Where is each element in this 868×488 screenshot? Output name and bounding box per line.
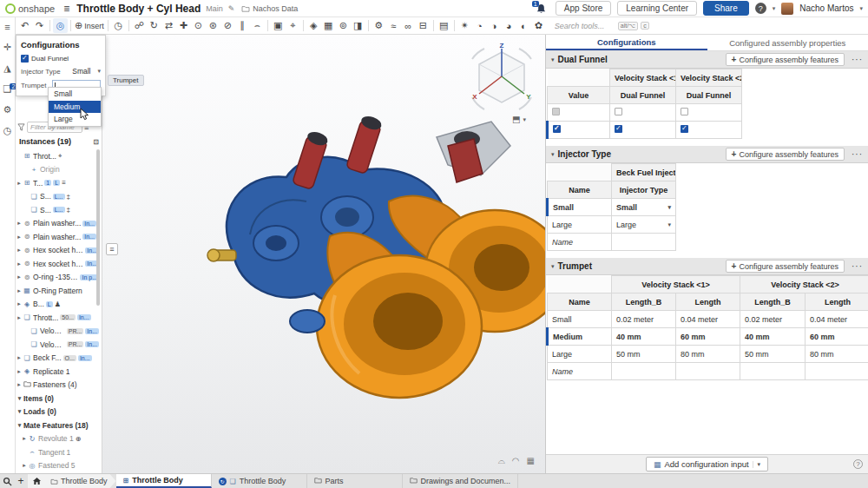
configure-assembly-features-button[interactable]: +Configure assembly features bbox=[726, 53, 845, 66]
checkbox-cell[interactable] bbox=[610, 104, 676, 122]
expand-chevron-icon[interactable]: ▸ bbox=[16, 368, 23, 375]
checkbox-cell[interactable] bbox=[548, 122, 610, 139]
add-configuration-input-button[interactable]: ▦ Add configuration input ▾ bbox=[646, 457, 768, 472]
config-checkbox[interactable] bbox=[553, 125, 561, 133]
document-tab-parts[interactable]: Parts bbox=[307, 474, 403, 488]
document-tab-throttle-body[interactable]: ↻❏Throttle Body bbox=[212, 474, 307, 488]
dropdown-option-large[interactable]: Large bbox=[49, 113, 101, 126]
tree-item[interactable]: ❏Veloci...PR...In... bbox=[16, 338, 99, 352]
value-cell[interactable]: 60 mm bbox=[806, 328, 868, 346]
tree-item[interactable]: ❏Veloci...PR...In... bbox=[16, 325, 99, 339]
value-cell[interactable]: 0.02 meter bbox=[740, 311, 806, 328]
dropdown-cell[interactable]: Large▾ bbox=[612, 216, 676, 234]
config-checkbox[interactable] bbox=[615, 108, 622, 115]
config-checkbox[interactable] bbox=[552, 108, 560, 115]
tree-item[interactable]: ▸◈Replicate 1 bbox=[16, 365, 99, 379]
insert-icon[interactable]: ⊕Insert bbox=[74, 18, 105, 33]
home-tab-icon[interactable] bbox=[28, 474, 45, 488]
tree-item[interactable]: ❏S...L...‡ bbox=[16, 203, 99, 217]
collapse-chevron-icon[interactable]: ▾ bbox=[16, 395, 23, 402]
view-cube[interactable]: Z X Y bbox=[467, 42, 536, 116]
breadcrumb[interactable]: Throttle Body bbox=[45, 474, 116, 488]
slider-mate-icon[interactable]: ⇄ bbox=[161, 18, 176, 33]
value-cell[interactable]: 40 mm bbox=[612, 328, 676, 346]
named-positions-icon[interactable]: ◕ bbox=[502, 18, 516, 33]
collapse-chevron-icon[interactable]: ▾ bbox=[16, 422, 23, 429]
panel-handle-button[interactable]: ≡ bbox=[106, 243, 118, 255]
tree-item[interactable]: ▸◈B...L♟ bbox=[16, 298, 99, 312]
value-cell[interactable]: 80 mm bbox=[676, 346, 740, 363]
planar-mate-icon[interactable]: ✚ bbox=[176, 18, 191, 33]
injector-type-select[interactable]: Small ▾ bbox=[72, 67, 101, 76]
checkbox-cell[interactable] bbox=[676, 104, 742, 122]
help-button[interactable]: ? bbox=[755, 3, 766, 14]
checkbox-cell[interactable] bbox=[610, 122, 676, 139]
expand-chevron-icon[interactable]: ▸ bbox=[16, 260, 23, 267]
view-options-button[interactable]: ⬒▾ bbox=[512, 115, 526, 124]
add-config-caret-icon[interactable]: ▾ bbox=[753, 461, 761, 468]
comments-icon[interactable]: ❑2 bbox=[1, 82, 14, 96]
tree-item[interactable]: +Origin bbox=[16, 163, 99, 177]
document-tab-throttle-body[interactable]: ⊞Throttle Body bbox=[116, 474, 212, 488]
mirror-icon[interactable]: ◨ bbox=[351, 18, 365, 33]
app-store-button[interactable]: App Store bbox=[556, 1, 611, 16]
value-cell[interactable]: 0.04 meter bbox=[676, 311, 740, 328]
mate-values-icon[interactable]: ✛ bbox=[1, 41, 14, 54]
tab-configured-assembly-properties[interactable]: Configured assembly properties bbox=[707, 35, 868, 50]
cylindrical-mate-icon[interactable]: ⊙ bbox=[191, 18, 206, 33]
section-overflow-menu[interactable]: ··· bbox=[852, 55, 863, 64]
tree-item[interactable]: ❏S...L...‡ bbox=[16, 190, 99, 204]
dropdown-option-medium[interactable]: Medium bbox=[49, 101, 101, 114]
main-menu-icon[interactable]: ≡ bbox=[63, 3, 69, 15]
rack-relation-icon[interactable]: ⊟ bbox=[416, 18, 431, 33]
notifications-button[interactable]: 1 bbox=[536, 3, 549, 15]
checkbox-cell[interactable] bbox=[676, 122, 742, 139]
tree-item[interactable]: ▸⊚Hex socket he...In... bbox=[16, 244, 99, 258]
collapse-chevron-icon[interactable]: ▾ bbox=[16, 408, 23, 415]
tree-item[interactable]: ▸↻Revolute 1⊕ bbox=[16, 432, 99, 446]
perspective-icon[interactable]: ◠ bbox=[512, 456, 520, 466]
circular-pattern-icon[interactable]: ⊚ bbox=[336, 18, 351, 33]
configure-assembly-features-button[interactable]: +Configure assembly features bbox=[726, 148, 845, 161]
linear-pattern-icon[interactable]: ▦ bbox=[321, 18, 336, 33]
panel-help-icon[interactable]: ? bbox=[853, 459, 863, 469]
value-cell[interactable]: 60 mm bbox=[676, 328, 740, 346]
expand-chevron-icon[interactable]: ▸ bbox=[16, 180, 23, 187]
row-name-cell[interactable]: Medium bbox=[548, 328, 612, 346]
bom-icon[interactable]: ▤ bbox=[437, 18, 451, 33]
revolute-mate-icon[interactable]: ↻ bbox=[147, 18, 161, 33]
help-caret-icon[interactable]: ▾ bbox=[773, 5, 776, 12]
checkbox-cell[interactable] bbox=[548, 104, 610, 122]
tree-section-header[interactable]: ▾Mate Features (18) bbox=[16, 419, 99, 432]
new-row-name-cell[interactable]: Name bbox=[548, 363, 612, 380]
mate-connector-icon[interactable]: ⌖ bbox=[286, 18, 300, 33]
learning-center-button[interactable]: Learning Center bbox=[617, 1, 697, 16]
section-view-icon[interactable]: ⌓ bbox=[498, 456, 505, 466]
tree-item[interactable]: ⊞Throt...⌖ bbox=[16, 149, 99, 163]
search-tools[interactable]: alt/⌥ c bbox=[555, 22, 649, 30]
section-collapse-icon[interactable]: ▾ bbox=[551, 263, 555, 270]
dual-funnel-checkbox[interactable] bbox=[21, 55, 29, 63]
dropdown-option-small[interactable]: Small bbox=[49, 88, 101, 101]
tree-item[interactable]: ▸❏Thrott...50...In... bbox=[16, 311, 99, 325]
section-view-icon[interactable]: ◐ bbox=[516, 18, 531, 33]
tree-item[interactable]: ⌢Tangent 1 bbox=[16, 445, 99, 459]
expand-chevron-icon[interactable]: ▸ bbox=[21, 462, 28, 469]
expand-chevron-icon[interactable]: ▸ bbox=[16, 234, 23, 241]
value-cell[interactable]: 50 mm bbox=[612, 346, 676, 363]
document-location[interactable]: Nachos Data bbox=[241, 4, 298, 13]
user-menu-caret-icon[interactable]: ▾ bbox=[859, 5, 863, 12]
expand-chevron-icon[interactable]: ▸ bbox=[16, 300, 23, 307]
collapse-all-icon[interactable]: ⊡ bbox=[93, 138, 99, 146]
appearance-strip-icon[interactable]: ◮ bbox=[1, 62, 14, 75]
named-views-icon[interactable]: ◷ bbox=[111, 18, 126, 33]
section-collapse-icon[interactable]: ▾ bbox=[551, 56, 555, 63]
expand-chevron-icon[interactable]: ▸ bbox=[16, 314, 23, 321]
tree-item[interactable]: ▸Fasteners (4) bbox=[16, 379, 99, 392]
screw-relation-icon[interactable]: ≈ bbox=[386, 18, 401, 33]
config-checkbox[interactable] bbox=[681, 108, 688, 115]
tree-item[interactable]: ▸⊚O-ring -135 (...In p... bbox=[16, 271, 99, 285]
new-tab-button[interactable]: + bbox=[14, 474, 28, 488]
value-cell[interactable]: 50 mm bbox=[740, 346, 806, 363]
assembly-features-icon[interactable]: ≡ bbox=[1, 20, 14, 33]
